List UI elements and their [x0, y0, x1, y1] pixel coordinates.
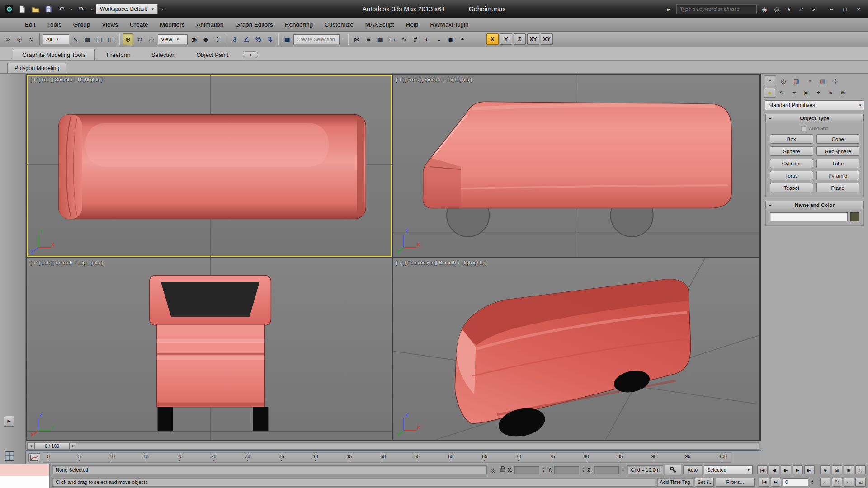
y-coordinate-input[interactable] [554, 466, 579, 474]
viewport-front[interactable]: [ + ][ Front ][ Smooth + Highlights ] [393, 75, 760, 257]
viewport-front-label[interactable]: [ + ][ Front ][ Smooth + Highlights ] [396, 77, 472, 82]
ribbon-overflow-dropdown[interactable]: ▾ [243, 51, 258, 58]
space-warps-category-icon[interactable]: ≈ [825, 88, 836, 98]
overflow-icon[interactable]: » [809, 5, 818, 14]
axis-x-0-button[interactable]: X [486, 33, 499, 45]
layer-manager-icon[interactable]: ▤ [375, 33, 386, 45]
ribbon-tab-selection[interactable]: Selection [142, 49, 184, 60]
isolate-selection-icon[interactable]: ◎ [489, 465, 498, 474]
geometry-category-icon[interactable]: ● [764, 88, 775, 98]
viewport-left[interactable]: [ + ][ Left ][ Smooth + Highlights ] [27, 258, 392, 440]
primitive-pyramid-button[interactable]: Pyramid [816, 171, 860, 180]
render-production-icon[interactable]: ◓ [457, 33, 468, 45]
redo-dropdown-icon[interactable]: ▾ [89, 7, 94, 11]
open-file-icon[interactable] [30, 3, 41, 15]
material-editor-icon[interactable]: ◐ [422, 33, 433, 45]
object-name-input[interactable] [770, 212, 848, 221]
maxscript-macro-recorder-field[interactable] [0, 464, 49, 476]
select-and-move-icon[interactable]: ⊕ [123, 33, 133, 45]
primitive-teapot-button[interactable]: Teapot [770, 183, 813, 192]
z-spinner[interactable] [621, 466, 625, 474]
y-spinner[interactable] [581, 466, 585, 474]
favorites-icon[interactable]: ★ [784, 5, 793, 14]
current-frame-input[interactable] [783, 478, 808, 486]
time-slider-next-icon[interactable]: > [70, 443, 76, 449]
menu-edit[interactable]: Edit [19, 18, 41, 31]
axis-xy-4-button[interactable]: XY [541, 33, 553, 45]
maxscript-listener-field[interactable] [0, 476, 49, 488]
shapes-category-icon[interactable]: ∿ [776, 88, 788, 98]
add-time-tag-field[interactable]: Add Time Tag [657, 478, 693, 487]
use-pivot-point-center-icon[interactable]: ◉ [189, 33, 199, 45]
x-spinner[interactable] [541, 466, 546, 474]
menu-rwmaxplugin[interactable]: RWMaxPlugin [424, 18, 474, 31]
percent-snap-toggle-icon[interactable]: % [253, 33, 264, 45]
selection-filter-dropdown[interactable]: All ▾ [43, 34, 69, 44]
display-tab-icon[interactable]: ▥ [816, 75, 829, 86]
viewport-left-label[interactable]: [ + ][ Left ][ Smooth + Highlights ] [30, 260, 103, 265]
save-file-icon[interactable] [43, 3, 54, 15]
graphite-ribbon-toggle-icon[interactable]: ▭ [387, 33, 397, 45]
van-model-perspective-view[interactable] [455, 279, 691, 440]
van-model-top-view[interactable] [59, 114, 366, 219]
van-model-left-view[interactable] [150, 275, 271, 431]
viewport-top[interactable]: [ + ][ Top ][ Smooth + Highlights ] [27, 75, 392, 257]
spinner-snap-toggle-icon[interactable]: ⇅ [264, 33, 275, 45]
key-filters-button[interactable]: Filters... [716, 478, 755, 487]
menu-views[interactable]: Views [96, 18, 124, 31]
playback-go-to-end-button[interactable]: ▶| [804, 465, 815, 474]
menu-animation[interactable]: Animation [190, 18, 229, 31]
expand-toolbar-button[interactable]: ▶ [4, 416, 14, 427]
hierarchy-tab-icon[interactable]: ▦ [790, 75, 802, 86]
axis-xy-3-button[interactable]: XY [527, 33, 539, 45]
primitive-cylinder-button[interactable]: Cylinder [770, 159, 813, 168]
previous-key-button[interactable]: |◀ [759, 478, 769, 487]
edit-named-selection-sets-icon[interactable]: ▦ [282, 33, 292, 45]
select-and-scale-icon[interactable]: ▱ [146, 33, 157, 45]
primitive-torus-button[interactable]: Torus [770, 171, 813, 180]
create-tab-icon[interactable]: * [764, 75, 776, 86]
workspace-selector[interactable]: Workspace: Default ▾ [96, 4, 158, 14]
viewport-perspective-canvas[interactable] [393, 258, 760, 440]
app-logo-icon[interactable] [4, 3, 14, 15]
menu-graph-editors[interactable]: Graph Editors [229, 18, 278, 31]
viewport-zoom-extents-button[interactable]: ▣ [844, 465, 854, 474]
menu-group[interactable]: Group [67, 18, 96, 31]
selection-lock-icon[interactable] [500, 466, 506, 474]
new-scene-icon[interactable] [17, 3, 28, 15]
object-type-rollout-header[interactable]: − Object Type [765, 114, 864, 122]
menu-maxscript[interactable]: MAXScript [359, 18, 400, 31]
select-and-manipulate-icon[interactable]: ◆ [200, 33, 211, 45]
viewport-front-canvas[interactable] [393, 75, 760, 257]
menu-modifiers[interactable]: Modifiers [154, 18, 191, 31]
playback-next-frame-button[interactable]: ▶ [793, 465, 803, 474]
object-color-swatch[interactable] [850, 212, 859, 221]
viewport-maximize-viewport-toggle-button[interactable]: ◱ [855, 478, 866, 487]
search-icon[interactable]: ◉ [760, 5, 769, 14]
communication-center-icon[interactable]: ◎ [772, 5, 781, 14]
ribbon-tab-graphite-modeling-tools[interactable]: Graphite Modeling Tools [13, 49, 95, 60]
rectangular-selection-region-icon[interactable]: ▢ [94, 33, 104, 45]
utilities-tab-icon[interactable]: ⊹ [830, 75, 842, 86]
window-close-button[interactable]: × [853, 4, 864, 14]
undo-icon[interactable]: ↶ [56, 3, 67, 15]
viewport-left-canvas[interactable] [27, 258, 392, 440]
select-by-name-icon[interactable]: ▤ [82, 33, 93, 45]
viewport-perspective-label[interactable]: [ + ][ Perspective ][ Smooth + Highlight… [396, 260, 486, 265]
rendered-frame-window-icon[interactable]: ▣ [445, 33, 456, 45]
menu-help[interactable]: Help [400, 18, 425, 31]
search-input[interactable] [676, 4, 757, 14]
axis-y-1-button[interactable]: Y [500, 33, 512, 45]
time-slider-handle[interactable]: 0 / 100 [34, 443, 70, 449]
x-coordinate-input[interactable] [514, 466, 539, 474]
window-crossing-icon[interactable]: ◫ [105, 33, 116, 45]
window-maximize-button[interactable]: □ [839, 4, 851, 14]
playback-play-button[interactable]: ▶ [781, 465, 791, 474]
snap-toggle-3d-icon[interactable]: 3 [229, 33, 240, 45]
viewport-zoom-extents-all-button[interactable]: ◇ [855, 465, 866, 474]
cameras-category-icon[interactable]: ▣ [801, 88, 812, 98]
named-selection-set-dropdown[interactable]: Create Selection S [293, 34, 340, 44]
next-key-button[interactable]: ▶| [771, 478, 781, 487]
menu-tools[interactable]: Tools [41, 18, 67, 31]
viewport-zoom-all-button[interactable]: ⊞ [832, 465, 842, 474]
